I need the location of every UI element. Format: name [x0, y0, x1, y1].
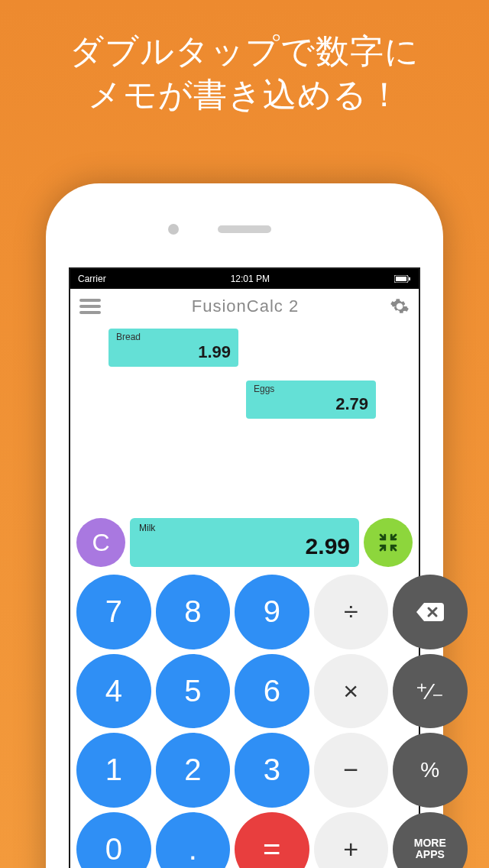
display-row: C Milk 2.99: [70, 515, 419, 575]
key-0[interactable]: 0: [76, 812, 151, 869]
collapse-button[interactable]: [364, 518, 413, 567]
key-more-apps[interactable]: MOREAPPS: [393, 812, 468, 869]
key-1[interactable]: 1: [76, 733, 151, 808]
key-6[interactable]: 6: [235, 654, 309, 729]
memo-value: 1.99: [116, 342, 231, 362]
key-dot[interactable]: .: [156, 812, 231, 869]
key-equals[interactable]: =: [235, 812, 309, 869]
svg-rect-1: [396, 277, 406, 281]
key-plusminus[interactable]: ⁺∕₋: [393, 654, 468, 729]
key-multiply[interactable]: ×: [314, 654, 389, 729]
key-7[interactable]: 7: [76, 575, 151, 649]
gear-icon[interactable]: [390, 296, 410, 316]
display-label: Milk: [139, 523, 350, 533]
phone-camera: [168, 224, 179, 235]
svg-rect-2: [409, 277, 410, 280]
memo-area[interactable]: Bread 1.99 Eggs 2.79: [70, 324, 419, 515]
promo-headline: ダブルタップで数字に メモが書き込める！: [0, 0, 489, 116]
calc-display[interactable]: Milk 2.99: [130, 518, 359, 567]
key-minus[interactable]: −: [314, 733, 389, 808]
carrier-label: Carrier: [78, 274, 106, 284]
key-4[interactable]: 4: [76, 654, 151, 729]
memo-value: 2.79: [254, 394, 368, 414]
key-divide[interactable]: ÷: [314, 575, 389, 649]
display-value: 2.99: [139, 533, 350, 559]
key-backspace[interactable]: [393, 575, 468, 649]
battery-icon: [394, 275, 411, 283]
app-header: FusionCalc 2: [70, 289, 419, 324]
memo-label: Eggs: [254, 384, 368, 394]
headline-line-1: ダブルタップで数字に: [0, 29, 489, 73]
app-title: FusionCalc 2: [192, 296, 299, 316]
memo-label: Bread: [116, 332, 231, 342]
menu-icon[interactable]: [79, 299, 101, 314]
keypad: 7 8 9 ÷ 4 5 6 × ⁺∕₋ 1 2 3 − % 0 . = + MO…: [70, 575, 419, 868]
phone-speaker: [218, 225, 271, 233]
status-time: 12:01 PM: [231, 274, 270, 284]
headline-line-2: メモが書き込める！: [0, 73, 489, 116]
key-5[interactable]: 5: [156, 654, 231, 729]
memo-eggs[interactable]: Eggs 2.79: [246, 381, 376, 419]
key-percent[interactable]: %: [393, 733, 468, 808]
key-2[interactable]: 2: [156, 733, 231, 808]
status-bar: Carrier 12:01 PM: [70, 269, 419, 289]
key-plus[interactable]: +: [314, 812, 389, 869]
key-9[interactable]: 9: [235, 575, 309, 649]
key-8[interactable]: 8: [156, 575, 231, 649]
phone-frame: Carrier 12:01 PM FusionCalc 2 Bread 1.99…: [46, 183, 443, 868]
memo-bread[interactable]: Bread 1.99: [108, 329, 238, 367]
key-3[interactable]: 3: [235, 733, 309, 808]
app-screen: Carrier 12:01 PM FusionCalc 2 Bread 1.99…: [69, 267, 420, 868]
clear-button[interactable]: C: [76, 518, 125, 567]
